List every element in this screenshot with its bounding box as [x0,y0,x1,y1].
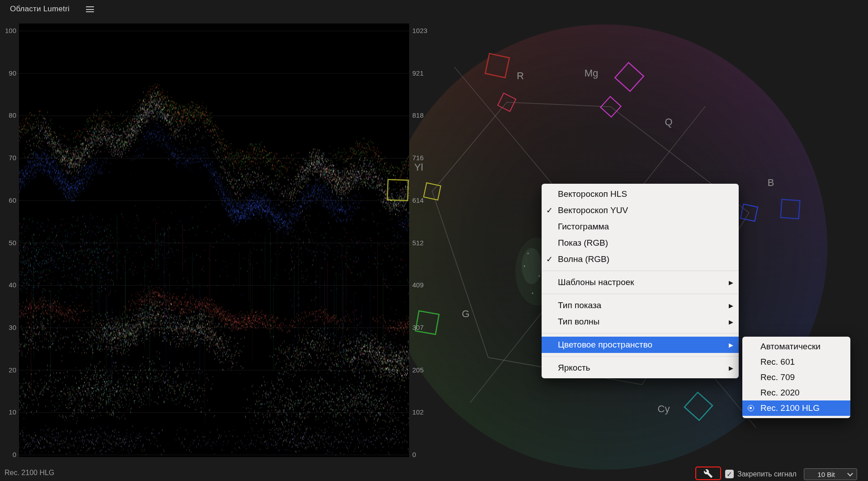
waveform-scale-left-value: 80 [0,111,16,120]
submenu-item[interactable]: Rec. 601 [742,354,850,370]
pin-signal-checkbox[interactable]: ✓ [725,470,734,478]
waveform-scale-right-value: 716 [412,153,436,162]
menu-item-label: Тип волны [558,317,724,327]
waveform-scale-left-value: 10 [0,408,16,417]
submenu-arrow-icon: ▶ [729,342,733,348]
panel-title: Области Lumetri [10,5,70,14]
status-bar: ✓ Закрепить сигнал 10 Bit [0,466,868,481]
menu-item[interactable]: Вектороскоп HLS [542,186,739,202]
waveform-scale-right-value: 512 [412,238,436,248]
submenu-item[interactable]: Автоматически [742,339,850,354]
waveform-scale-left-value: 90 [0,69,16,78]
wrench-annotation-highlight [695,467,721,480]
submenu-arrow-icon: ▶ [729,319,733,325]
waveform-scale-right-value: 921 [412,69,436,78]
menu-separator [542,271,739,271]
wrench-icon[interactable] [703,468,714,479]
waveform-scale-left-value: 70 [0,153,16,162]
menu-item[interactable]: Тип показа▶ [542,297,739,314]
submenu-item[interactable]: Rec. 2100 HLG [742,400,850,416]
wrench-icon-glyph [703,469,713,478]
waveform-scale-right-value: 614 [412,196,436,205]
bit-depth-value: 10 Bit [804,471,848,478]
waveform-scale-left-value: 60 [0,196,16,205]
color-space-submenu: АвтоматическиRec. 601Rec. 709Rec. 2020Re… [742,337,850,418]
waveform-scale-left-value: 50 [0,238,16,248]
submenu-arrow-icon: ▶ [729,279,733,286]
waveform-scale-right-value: 1023 [412,26,436,35]
waveform-scale-right-value: 307 [412,323,436,332]
submenu-arrow-icon: ▶ [729,365,733,371]
chevron-down-icon [847,471,853,476]
waveform-scale-left-value: 100 [0,26,16,35]
menu-item-label: Цветовое пространство [558,340,724,350]
menu-item-label: Волна (RGB) [558,254,733,264]
menu-separator [542,356,739,357]
submenu-item[interactable]: Rec. 709 [742,370,850,385]
lumetri-scopes-panel: Области Lumetri 1009080706050403020100 1… [0,0,868,481]
submenu-item-label: Rec. 601 [760,357,795,367]
hamburger-menu-icon[interactable] [86,6,94,12]
menu-item[interactable]: Показ (RGB) [542,235,739,251]
menu-item-label: Яркость [558,363,724,373]
submenu-arrow-icon: ▶ [729,302,733,309]
waveform-scale-left-value: 30 [0,323,16,332]
submenu-item-label: Rec. 2020 [760,388,800,398]
menu-separator [542,294,739,294]
menu-separator [542,333,739,333]
waveform-scale-left-value: 20 [0,366,16,375]
waveform-scale-right: 10239218187166145124093072051020 [412,0,436,481]
radio-ring-icon [748,405,754,411]
waveform-scale-right-value: 0 [412,450,436,459]
pin-signal-label: Закрепить сигнал [737,470,797,478]
waveform-scale-right-value: 102 [412,408,436,417]
waveform-scale-left: 1009080706050403020100 [0,0,17,481]
menu-item[interactable]: Яркость▶ [542,360,739,376]
submenu-item[interactable]: Rec. 2020 [742,385,850,400]
menu-item-label: Вектороскоп HLS [558,189,733,199]
panel-header: Области Lumetri [0,0,868,18]
menu-item-label: Шаблоны настроек [558,277,724,287]
menu-item[interactable]: ✓Вектороскоп YUV [542,202,739,219]
menu-item-label: Тип показа [558,300,724,310]
context-menu: Вектороскоп HLS✓Вектороскоп YUVГистограм… [542,184,739,378]
waveform-scale-right-value: 205 [412,366,436,375]
waveform-scale-right-value: 409 [412,281,436,290]
submenu-item-label: Rec. 709 [760,372,795,382]
menu-item-label: Вектороскоп YUV [558,205,733,215]
menu-item[interactable]: ✓Волна (RGB) [542,251,739,267]
radio-selected-icon [748,405,760,411]
waveform-scale-left-value: 0 [0,450,16,459]
menu-item[interactable]: Шаблоны настроек▶ [542,274,739,291]
submenu-item-label: Автоматически [760,342,821,352]
menu-item[interactable]: Гистограмма [542,219,739,235]
waveform-rgb-scope [19,24,409,457]
waveform-scale-left-value: 40 [0,281,16,290]
menu-item[interactable]: Цветовое пространство▶ [542,337,739,353]
waveform-scale-right-value: 818 [412,111,436,120]
bit-depth-dropdown[interactable]: 10 Bit [804,468,857,480]
menu-item[interactable]: Тип волны▶ [542,314,739,330]
submenu-item-label: Rec. 2100 HLG [760,403,820,413]
checkmark-icon: ✓ [546,254,558,264]
checkmark-icon: ✓ [546,205,558,215]
menu-item-label: Гистограмма [558,222,733,232]
menu-item-label: Показ (RGB) [558,238,733,248]
